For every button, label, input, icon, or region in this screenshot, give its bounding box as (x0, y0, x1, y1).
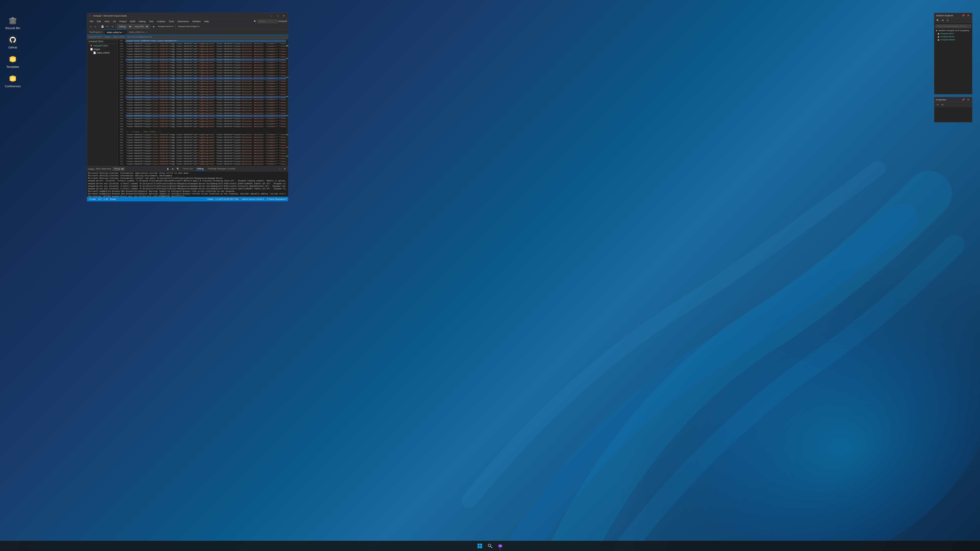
output-line: Microsoft.Hosting.Lifetime: Information:… (88, 175, 287, 177)
git-branch-status[interactable]: ⎇ main (89, 198, 96, 200)
menu-project[interactable]: Project (118, 20, 128, 23)
menu-bar: File Edit View Git Project Build Debug T… (87, 19, 288, 24)
output-close-btn[interactable]: ✕ (283, 167, 287, 171)
ready-status: Ready (110, 198, 116, 200)
output-status[interactable]: Output (207, 198, 213, 200)
undo-button[interactable]: ↩ (105, 24, 110, 29)
code-editor[interactable]: 2672682692702712722732742752762772782792… (118, 39, 288, 166)
line-col-status: Ln 1975 Col 82 SPC CRL (215, 198, 239, 200)
tab-index-cs-close[interactable]: ✕ (146, 31, 148, 33)
scroll-marks (286, 39, 288, 166)
minimize-button[interactable]: ─ (269, 14, 274, 18)
menu-git[interactable]: Git (111, 20, 118, 23)
sol-exp-pin[interactable]: 📌 (961, 13, 966, 18)
github-copilot-button[interactable]: ⬡ (283, 24, 287, 29)
sol-shared-project[interactable]: ▶ moopad.Shared (935, 38, 972, 41)
file-tree-index[interactable]: 📄 Index.cshtml (87, 51, 118, 55)
tab-index-close[interactable]: ✕ (123, 31, 124, 33)
tab-testproject[interactable]: TestProject.1 (87, 30, 105, 35)
menu-help[interactable]: Help (203, 20, 210, 23)
recycle-bin-label: Recycle Bin (5, 27, 20, 30)
run-button[interactable]: ▶ (151, 24, 156, 29)
tab-index-cs[interactable]: Index.cshtml.cs ✕ (127, 30, 150, 35)
error-count[interactable]: ⊘ 0 (98, 198, 102, 200)
sol-refresh-button[interactable]: ↻ (945, 18, 950, 23)
menu-view[interactable]: View (103, 20, 111, 23)
sol-exp-close[interactable]: ✕ (966, 13, 970, 18)
code-content[interactable]: style="color:#569cd6"><div class="mainBl… (125, 39, 286, 166)
code-line: "color:#9cdcfe">style="color:#569cd6"><i… (125, 64, 286, 67)
scroll-indicator[interactable] (286, 39, 288, 166)
menu-build[interactable]: Build (129, 20, 137, 23)
code-line: "color:#9cdcfe">style="color:#569cd6"><i… (125, 109, 286, 112)
add-to-source-control[interactable]: + Add to Source Control ▾ (241, 198, 264, 200)
config-dropdown[interactable]: Debug Release (117, 24, 132, 29)
tab-index-cshtml[interactable]: Index.cshtml ● ✕ (105, 30, 127, 35)
output-content[interactable]: Microsoft.Hosting.Lifetime: Information:… (87, 171, 288, 197)
forward-button[interactable]: ▷ (93, 24, 98, 29)
solution-explorer-toolbar: 🔍 ⚙ ↻ (934, 18, 972, 23)
sol-client-project[interactable]: ▶ moopad.Client (935, 32, 972, 35)
props-sort-alpha[interactable]: A↓ (940, 102, 945, 107)
taskbar-start[interactable] (475, 541, 484, 551)
menu-test[interactable]: Test (148, 20, 155, 23)
menu-analyze[interactable]: Analyze (156, 20, 167, 23)
toolbar-sep-3 (150, 25, 151, 28)
title-bar-controls: ─ □ ✕ (269, 14, 286, 18)
back-button[interactable]: ◁ (88, 24, 93, 29)
code-line: "color:#9cdcfe">style="color:#569cd6"><i… (125, 93, 286, 96)
bottom-tab-group: Error List Debug Package Manager Console (182, 167, 237, 171)
scroll-mark-2 (286, 58, 288, 59)
svg-line-15 (490, 546, 492, 548)
save-button[interactable]: 💾 (100, 24, 105, 29)
tab-package-manager[interactable]: Package Manager Console (206, 167, 237, 171)
file-explorer-title: moopad.Client (89, 40, 103, 43)
search-input[interactable] (258, 20, 278, 23)
conferences-icon[interactable]: Conferences (3, 73, 23, 88)
solution-search-input[interactable] (935, 24, 971, 28)
file-tree-root[interactable]: ▼ moopad.Client (87, 44, 118, 48)
tab-error-list[interactable]: Error List (182, 167, 194, 171)
sol-filter-button[interactable]: ⚙ (940, 18, 945, 23)
recycle-bin-icon[interactable]: Recycle Bin (3, 15, 23, 30)
scroll-mark-7 (286, 156, 288, 156)
menu-window[interactable]: Window (191, 20, 202, 23)
menu-debug[interactable]: Debug (137, 20, 147, 23)
templates-icon[interactable]: Templates (3, 54, 23, 68)
props-pin[interactable]: 📌 (961, 97, 966, 102)
taskbar-vs[interactable]: VS (496, 541, 505, 551)
code-line: "color:#9cdcfe">style="color:#569cd6"><i… (125, 160, 286, 163)
output-window-controls: ─ ✕ (277, 167, 287, 171)
code-line: "color:#9cdcfe">style="color:#569cd6"><i… (125, 155, 286, 158)
maximize-button[interactable]: □ (275, 14, 280, 18)
sol-search-button[interactable]: 🔍 (935, 18, 940, 23)
output-wrap-button[interactable]: ⇌ (170, 167, 175, 171)
menu-file[interactable]: File (88, 20, 95, 23)
github-icon[interactable]: GitHub (3, 35, 23, 49)
props-close[interactable]: ✕ (966, 97, 970, 102)
sol-server-project[interactable]: ▶ moopad.Server (935, 35, 972, 38)
output-minimize-btn[interactable]: ─ (277, 167, 282, 171)
warning-count[interactable]: ⚠ 82 (103, 198, 108, 200)
output-clear-button[interactable]: 🗑 (165, 167, 170, 171)
menu-edit[interactable]: Edit (95, 20, 103, 23)
tab-index-cs-label: Index.cshtml.cs (129, 31, 145, 33)
props-sort-cat[interactable]: ≡ (935, 102, 940, 107)
sol-solution-node[interactable]: ▼ Solution 'moopad' (3 of 3 projects) (935, 29, 972, 32)
select-repository[interactable]: ⎇ Select Repository ▾ (266, 198, 286, 200)
output-find-button[interactable]: 🔍 (176, 167, 180, 171)
taskbar-search[interactable] (485, 541, 495, 551)
menu-extensions[interactable]: Extensions (176, 20, 190, 23)
platform-dropdown[interactable]: Any CPU (133, 24, 149, 29)
svg-rect-9 (11, 77, 15, 81)
addr-client: moopad.Client (89, 36, 102, 38)
tab-debug[interactable]: Debug (195, 167, 205, 171)
file-tree-pages[interactable]: 📄 Pages (87, 48, 118, 51)
close-button[interactable]: ✕ (281, 14, 286, 18)
menu-tools[interactable]: Tools (167, 20, 176, 23)
code-line: "color:#9cdcfe">style="color:#569cd6"><i… (125, 56, 286, 59)
file-tree-index-label: Index.cshtml (97, 52, 110, 54)
output-source-select[interactable]: Debug Build Output (113, 167, 125, 171)
code-line: "color:#9cdcfe">style="color:#569cd6"><i… (125, 42, 286, 45)
redo-button[interactable]: ↪ (110, 24, 115, 29)
